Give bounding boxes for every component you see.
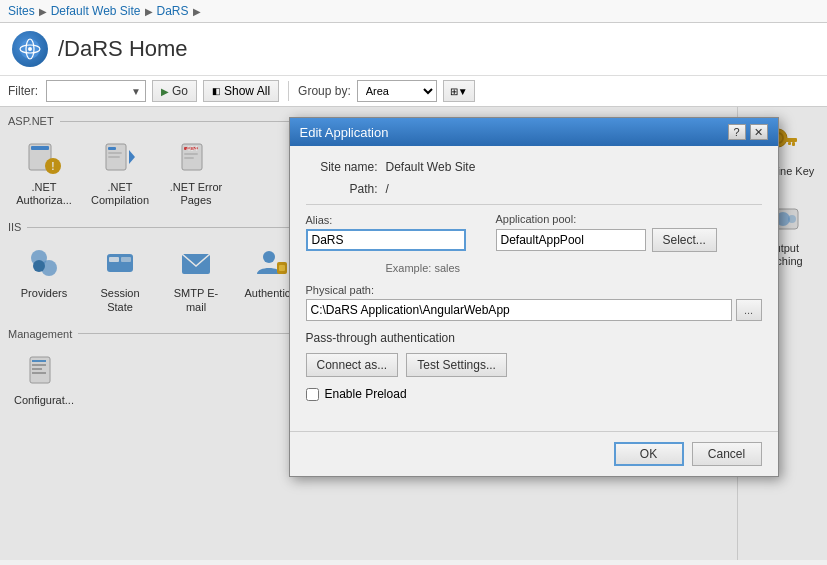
svg-point-3 [28, 47, 32, 51]
path-value: / [386, 182, 389, 196]
view-icon: ⊞▼ [450, 86, 468, 97]
dialog-controls: ? ✕ [728, 124, 768, 140]
breadcrumb: Sites ▶ Default Web Site ▶ DaRS ▶ [0, 0, 827, 23]
alias-apppool-row: Alias: Application pool: Select... [306, 213, 762, 252]
phys-path-row: ... [306, 299, 762, 321]
site-name-row: Site name: Default Web Site [306, 160, 762, 174]
filter-input[interactable]: ▼ [46, 80, 146, 102]
cancel-button[interactable]: Cancel [692, 442, 762, 466]
breadcrumb-sep-2: ▶ [145, 6, 153, 17]
go-label: Go [172, 84, 188, 98]
dialog-titlebar: Edit Application ? ✕ [290, 118, 778, 146]
browse-button[interactable]: ... [736, 299, 762, 321]
breadcrumb-sep-3: ▶ [193, 6, 201, 17]
enable-preload-checkbox[interactable] [306, 388, 319, 401]
breadcrumb-sep-1: ▶ [39, 6, 47, 17]
breadcrumb-default-web-site[interactable]: Default Web Site [51, 4, 141, 18]
groupby-label: Group by: [298, 84, 351, 98]
phys-path-input[interactable] [306, 299, 732, 321]
example-text: Example: sales [386, 262, 762, 274]
filter-dropdown-icon[interactable]: ▼ [131, 86, 141, 97]
alias-input[interactable] [306, 229, 466, 251]
show-all-label: Show All [224, 84, 270, 98]
breadcrumb-sites[interactable]: Sites [8, 4, 35, 18]
alias-label: Alias: [306, 214, 486, 226]
toolbar-separator [288, 81, 289, 101]
phys-path-label: Physical path: [306, 284, 762, 296]
alias-group: Alias: [306, 214, 486, 251]
page-icon [12, 31, 48, 67]
enable-preload-label: Enable Preload [325, 387, 407, 401]
select-apppool-button[interactable]: Select... [652, 228, 717, 252]
site-name-value: Default Web Site [386, 160, 476, 174]
show-all-button[interactable]: ◧ Show All [203, 80, 279, 102]
go-button[interactable]: ▶ Go [152, 80, 197, 102]
dialog-title: Edit Application [300, 125, 389, 140]
filter-label: Filter: [8, 84, 38, 98]
apppool-group: Application pool: Select... [496, 213, 762, 252]
dialog-close-button[interactable]: ✕ [750, 124, 768, 140]
site-name-label: Site name: [306, 160, 386, 174]
dialog-body: Site name: Default Web Site Path: / Alia… [290, 146, 778, 431]
page-header: /DaRS Home [0, 23, 827, 76]
dialog-footer: OK Cancel [290, 431, 778, 476]
dialog-overlay: Edit Application ? ✕ Site name: Default … [0, 107, 827, 560]
passthrough-section: Pass-through authentication Connect as..… [306, 331, 762, 377]
path-label: Path: [306, 182, 386, 196]
toolbar: Filter: ▼ ▶ Go ◧ Show All Group by: Area… [0, 76, 827, 107]
path-row: Path: / [306, 182, 762, 196]
passthrough-label: Pass-through authentication [306, 331, 762, 345]
groupby-select[interactable]: Area Category [357, 80, 437, 102]
page-title: /DaRS Home [58, 36, 188, 62]
edit-application-dialog: Edit Application ? ✕ Site name: Default … [289, 117, 779, 477]
ok-button[interactable]: OK [614, 442, 684, 466]
view-button[interactable]: ⊞▼ [443, 80, 475, 102]
breadcrumb-dars[interactable]: DaRS [157, 4, 189, 18]
test-settings-button[interactable]: Test Settings... [406, 353, 507, 377]
connect-as-button[interactable]: Connect as... [306, 353, 399, 377]
dialog-divider-1 [306, 204, 762, 205]
apppool-input[interactable] [496, 229, 646, 251]
go-icon: ▶ [161, 86, 169, 97]
auth-btn-row: Connect as... Test Settings... [306, 353, 762, 377]
content-area: ASP.NET ! .NET Authoriza... [0, 107, 827, 560]
filter-text-input[interactable] [51, 85, 131, 97]
phys-path-section: Physical path: ... [306, 284, 762, 321]
dialog-help-button[interactable]: ? [728, 124, 746, 140]
enable-preload-row: Enable Preload [306, 387, 762, 401]
apppool-label: Application pool: [496, 213, 762, 225]
show-all-icon: ◧ [212, 86, 221, 96]
